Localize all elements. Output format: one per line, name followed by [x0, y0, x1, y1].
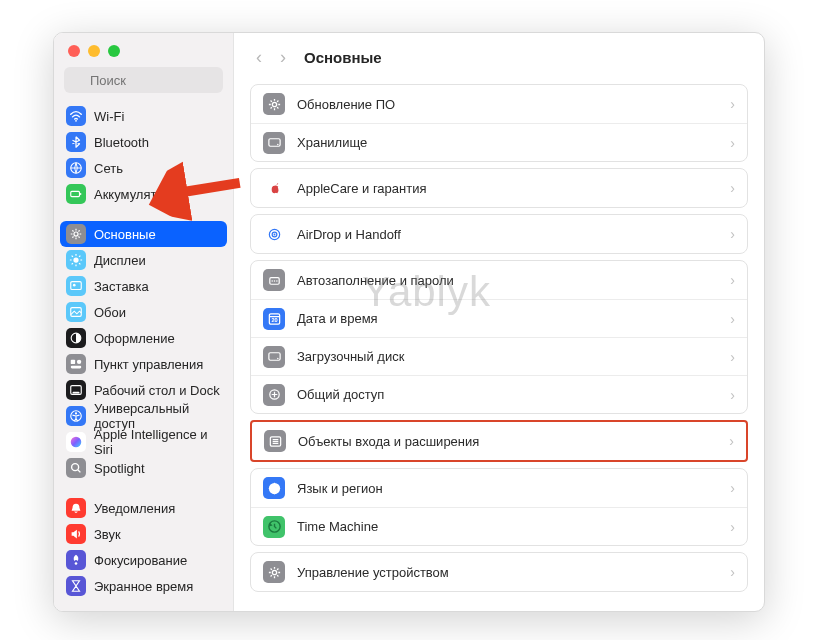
gear-icon — [263, 561, 285, 583]
gear-icon — [263, 93, 285, 115]
chevron-right-icon: › — [729, 433, 734, 449]
sidebar-item-wallpaper[interactable]: Обои — [60, 299, 227, 325]
close-button[interactable] — [68, 45, 80, 57]
wallpaper-icon — [66, 302, 86, 322]
main-content: Обновление ПО › Хранилище › AppleCare и … — [234, 78, 764, 592]
settings-row-gear[interactable]: Обновление ПО › — [251, 85, 747, 123]
sidebar-item-label: Оформление — [94, 331, 175, 346]
globe2-icon — [263, 477, 285, 499]
chevron-right-icon: › — [730, 480, 735, 496]
settings-group: Язык и регион › Time Machine › — [250, 468, 748, 546]
apple-icon — [263, 177, 285, 199]
sidebar-item-hourglass[interactable]: Экранное время — [60, 573, 227, 599]
settings-row-password[interactable]: Автозаполнение и пароли › — [251, 261, 747, 299]
share-icon — [263, 384, 285, 406]
sidebar-item-label: Дисплеи — [94, 253, 146, 268]
disk-icon — [263, 132, 285, 154]
dock-icon — [66, 380, 86, 400]
chevron-right-icon: › — [730, 135, 735, 151]
forward-button[interactable]: › — [276, 47, 290, 68]
search-input[interactable] — [64, 67, 223, 93]
sidebar-item-appearance[interactable]: Оформление — [60, 325, 227, 351]
gear-icon — [66, 224, 86, 244]
minimize-button[interactable] — [88, 45, 100, 57]
settings-row-globe2[interactable]: Язык и регион › — [251, 469, 747, 507]
sidebar-item-label: Экранное время — [94, 579, 193, 594]
bell-icon — [66, 498, 86, 518]
globe-icon — [66, 158, 86, 178]
settings-window: Wi-Fi Bluetooth Сеть Аккумулятор Основны… — [53, 32, 765, 612]
sidebar-item-search[interactable]: Spotlight — [60, 455, 227, 481]
sidebar-item-focus[interactable]: Фокусирование — [60, 547, 227, 573]
sidebar-item-gear[interactable]: Основные — [60, 221, 227, 247]
wifi-icon — [66, 106, 86, 126]
sidebar: Wi-Fi Bluetooth Сеть Аккумулятор Основны… — [54, 33, 234, 611]
back-button[interactable]: ‹ — [252, 47, 266, 68]
chevron-right-icon: › — [730, 311, 735, 327]
sidebar-item-dock[interactable]: Рабочий стол и Dock — [60, 377, 227, 403]
focus-icon — [66, 550, 86, 570]
sidebar-item-label: Обои — [94, 305, 126, 320]
accessibility-icon — [66, 406, 86, 426]
sidebar-item-label: Рабочий стол и Dock — [94, 383, 220, 398]
sidebar-item-screensaver[interactable]: Заставка — [60, 273, 227, 299]
settings-row-timemachine[interactable]: Time Machine › — [251, 507, 747, 545]
airdrop-icon — [263, 223, 285, 245]
chevron-right-icon: › — [730, 180, 735, 196]
settings-group: Управление устройством › — [250, 552, 748, 592]
settings-row-disk[interactable]: Хранилище › — [251, 123, 747, 161]
search-container — [54, 65, 233, 101]
settings-row-calendar[interactable]: Дата и время › — [251, 299, 747, 337]
chevron-right-icon: › — [730, 349, 735, 365]
siri-icon — [66, 432, 86, 452]
sidebar-list: Wi-Fi Bluetooth Сеть Аккумулятор Основны… — [54, 101, 233, 609]
sun-icon — [66, 250, 86, 270]
sidebar-item-label: Аккумулятор — [94, 187, 171, 202]
sidebar-item-label: Bluetooth — [94, 135, 149, 150]
sidebar-item-siri[interactable]: Apple Intelligence и Siri — [60, 429, 227, 455]
settings-group: Объекты входа и расширения › — [250, 420, 748, 462]
sidebar-item-controls[interactable]: Пункт управления — [60, 351, 227, 377]
settings-row-airdrop[interactable]: AirDrop и Handoff › — [251, 215, 747, 253]
settings-row-list[interactable]: Объекты входа и расширения › — [252, 422, 746, 460]
sidebar-item-wifi[interactable]: Wi-Fi — [60, 103, 227, 129]
sidebar-item-accessibility[interactable]: Универсальный доступ — [60, 403, 227, 429]
password-icon — [263, 269, 285, 291]
sidebar-item-label: Уведомления — [94, 501, 175, 516]
timemachine-icon — [263, 516, 285, 538]
sidebar-item-sound[interactable]: Звук — [60, 521, 227, 547]
sound-icon — [66, 524, 86, 544]
sidebar-item-label: Пункт управления — [94, 357, 203, 372]
maximize-button[interactable] — [108, 45, 120, 57]
settings-row-apple[interactable]: AppleCare и гарантия › — [251, 169, 747, 207]
settings-row-gear[interactable]: Управление устройством › — [251, 553, 747, 591]
row-label: Time Machine — [297, 519, 718, 534]
appearance-icon — [66, 328, 86, 348]
settings-row-disk[interactable]: Загрузочный диск › — [251, 337, 747, 375]
disk-icon — [263, 346, 285, 368]
settings-row-share[interactable]: Общий доступ › — [251, 375, 747, 413]
settings-group: Автозаполнение и пароли › Дата и время ›… — [250, 260, 748, 414]
sidebar-item-bluetooth[interactable]: Bluetooth — [60, 129, 227, 155]
sidebar-item-bell[interactable]: Уведомления — [60, 495, 227, 521]
chevron-right-icon: › — [730, 519, 735, 535]
main-header: ‹ › Основные — [234, 33, 764, 78]
row-label: Общий доступ — [297, 387, 718, 402]
sidebar-item-label: Сеть — [94, 161, 123, 176]
window-controls — [54, 33, 233, 65]
chevron-right-icon: › — [730, 272, 735, 288]
chevron-right-icon: › — [730, 226, 735, 242]
row-label: AirDrop и Handoff — [297, 227, 718, 242]
sidebar-item-sun[interactable]: Дисплеи — [60, 247, 227, 273]
row-label: Загрузочный диск — [297, 349, 718, 364]
settings-group: Обновление ПО › Хранилище › — [250, 84, 748, 162]
row-label: Дата и время — [297, 311, 718, 326]
sidebar-item-battery[interactable]: Аккумулятор — [60, 181, 227, 207]
row-label: Хранилище — [297, 135, 718, 150]
battery-icon — [66, 184, 86, 204]
sidebar-item-globe[interactable]: Сеть — [60, 155, 227, 181]
screensaver-icon — [66, 276, 86, 296]
calendar-icon — [263, 308, 285, 330]
sidebar-item-label: Заставка — [94, 279, 149, 294]
main-panel: ‹ › Основные Обновление ПО › Хранилище ›… — [234, 33, 764, 611]
